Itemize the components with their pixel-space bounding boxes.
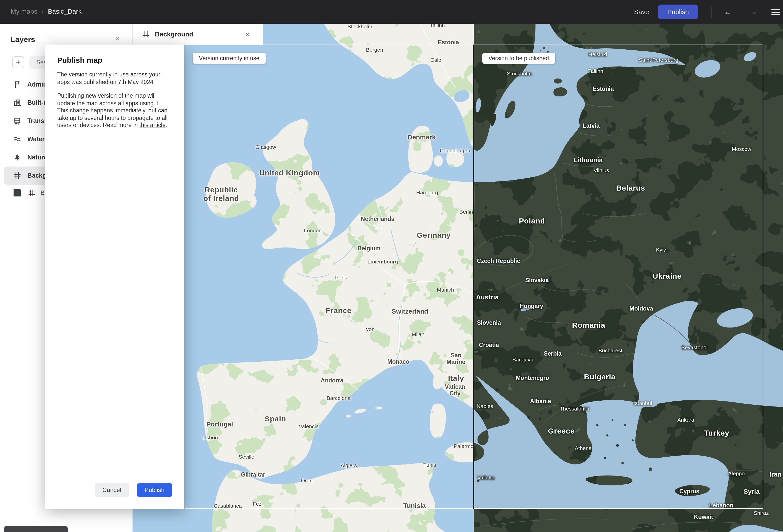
buildings-icon — [13, 99, 21, 107]
version-published-badge: Version to be published — [482, 53, 555, 64]
bottom-left-control[interactable] — [4, 526, 68, 532]
breadcrumb-separator: / — [42, 8, 43, 15]
dialog-paragraph-2-end: . — [165, 122, 167, 128]
dialog-publish-button[interactable]: Publish — [137, 483, 172, 497]
forward-arrow-button[interactable]: → — [745, 5, 761, 19]
background-panel: Background × — [133, 24, 263, 44]
map-editor-app: StockholmTallinnBergenOsloEstoniaGlasgow… — [0, 0, 783, 532]
add-layer-button[interactable]: + — [12, 56, 24, 68]
compare-divider[interactable] — [473, 44, 474, 509]
article-link[interactable]: this article — [139, 122, 166, 128]
toolbar-separator — [711, 6, 712, 18]
publish-map-dialog: Publish map The version currently in use… — [45, 44, 184, 509]
layer-color-swatch — [13, 189, 21, 197]
layers-title: Layers — [11, 35, 35, 43]
background-panel-title: Background — [155, 30, 193, 38]
breadcrumb-my-maps[interactable]: My maps — [11, 8, 37, 15]
tree-icon — [13, 153, 21, 161]
save-button[interactable]: Save — [628, 4, 655, 20]
background-panel-close-button[interactable]: × — [242, 29, 253, 40]
waves-icon — [13, 135, 21, 143]
topbar: My maps / Basic_Dark Save Publish ← → — [0, 0, 783, 24]
grid-icon — [13, 171, 21, 180]
publish-button[interactable]: Publish — [658, 5, 698, 19]
grid-icon — [28, 189, 35, 197]
dialog-paragraph-1: The version currently in use across your… — [57, 71, 172, 86]
version-current-badge: Version currently in use — [193, 53, 265, 64]
menu-button[interactable] — [769, 4, 782, 20]
bus-icon — [13, 117, 21, 125]
sidebar-item-label: Nature — [27, 154, 47, 161]
breadcrumb: My maps / Basic_Dark — [11, 8, 82, 15]
flag-icon — [13, 81, 21, 89]
dialog-title: Publish map — [57, 56, 172, 64]
back-arrow-button[interactable]: ← — [720, 5, 736, 19]
breadcrumb-map-name: Basic_Dark — [48, 8, 82, 15]
dialog-paragraph-2: Publishing new version of the map will u… — [57, 92, 172, 129]
menu-icon — [771, 9, 780, 15]
grid-icon — [142, 30, 150, 38]
layers-close-button[interactable]: × — [112, 33, 123, 44]
cancel-button[interactable]: Cancel — [95, 483, 129, 497]
dialog-actions: Cancel Publish — [95, 483, 172, 497]
topbar-actions: Save Publish ← → — [628, 0, 783, 24]
sidebar-item-label: Water — [27, 136, 45, 143]
